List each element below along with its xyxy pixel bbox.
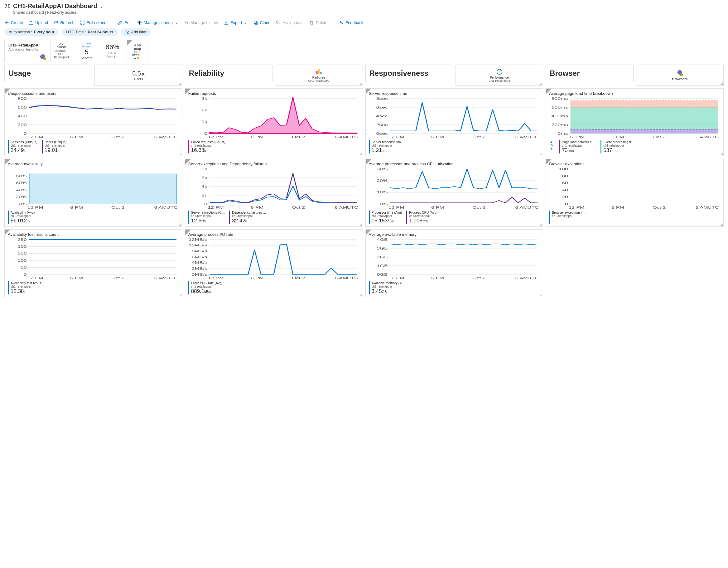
svg-text:80: 80 — [562, 174, 568, 178]
browsers-icon: ✓ — [676, 70, 683, 76]
svg-text:6 AM: 6 AM — [154, 205, 167, 209]
unique-sessions-tile[interactable]: Unique sessions and users 02004006008001… — [4, 88, 182, 156]
svg-text:0sec: 0sec — [376, 132, 388, 135]
dashboard-subtitle: Shared dashboard | Read-only access — [13, 10, 724, 15]
svg-rect-74 — [571, 108, 718, 129]
browser-header: Browser — [546, 65, 633, 82]
feedback-button[interactable]: Feedback — [339, 20, 363, 25]
server-exceptions-tile[interactable]: Server exceptions and Dependency failure… — [185, 159, 363, 227]
auto-refresh-pill[interactable]: Auto refresh : Every hour — [4, 28, 59, 36]
app-insights-tile[interactable]: CH1-RetailAppAI Application Insights ✓ — [4, 40, 48, 62]
svg-text:UTC: UTC — [527, 205, 539, 209]
time-range-pill[interactable]: UTC Time : Past 24 hours — [62, 28, 118, 36]
svg-text:6 PM: 6 PM — [70, 276, 83, 280]
svg-text:100: 100 — [559, 167, 568, 171]
svg-text:6MB/s: 6MB/s — [192, 255, 207, 259]
failures-tile[interactable]: Failures CH1-RetailAppAI — [275, 65, 363, 86]
svg-text:12 PM: 12 PM — [27, 205, 43, 209]
svg-text:1k: 1k — [201, 120, 207, 124]
upload-button[interactable]: Upload — [29, 20, 48, 25]
svg-text:30%: 30% — [377, 167, 388, 171]
svg-text:4k: 4k — [201, 185, 207, 188]
svg-rect-76 — [571, 129, 718, 133]
fullscreen-button[interactable]: Full screen — [80, 20, 107, 25]
toolbar: Create Upload Refresh Full screen Edit M… — [4, 18, 724, 28]
percent-tile[interactable]: 86% CH1-Retail… — [101, 40, 124, 62]
svg-text:800: 800 — [17, 97, 27, 100]
svg-text:6 AM: 6 AM — [515, 135, 528, 139]
svg-text:UTC: UTC — [166, 205, 178, 209]
memory-tile[interactable]: Average available memory 0GB1GB2GB3GB4GB… — [365, 229, 543, 297]
pager[interactable]: ▲1/2▼ — [549, 140, 553, 153]
manage-history-button: Manage history — [184, 20, 218, 25]
performance-tile[interactable]: Performance CH1-RetailAppAI — [456, 65, 543, 86]
svg-text:0: 0 — [24, 272, 27, 276]
svg-text:150: 150 — [17, 252, 27, 255]
svg-text:400: 400 — [17, 114, 27, 118]
availability-test-tile[interactable]: Availability test results count 05010015… — [4, 229, 182, 297]
add-filter-pill[interactable]: Add filter — [121, 28, 151, 36]
svg-text:Oct 2: Oct 2 — [111, 205, 124, 209]
svg-text:Oct 2: Oct 2 — [292, 276, 305, 280]
live-stream-tile[interactable]: ⇄ Live Stream 5 Servers — [75, 40, 98, 62]
svg-text:6 AM: 6 AM — [335, 135, 347, 139]
smart-detection-tile[interactable]: Smart detection CH1-RetailAppAI — [51, 40, 72, 62]
app-map-tile[interactable]: App map CH1-RETAI… — [127, 40, 148, 62]
availability-tile[interactable]: Average availability 0%20%40%60%80%12 PM… — [4, 159, 182, 227]
refresh-button[interactable]: Refresh — [54, 20, 75, 25]
svg-text:2k: 2k — [201, 193, 207, 197]
svg-text:40%: 40% — [16, 188, 27, 192]
svg-text:0: 0 — [204, 202, 207, 206]
svg-text:50: 50 — [21, 265, 27, 269]
export-button[interactable]: Export ⌄ — [224, 20, 248, 25]
svg-text:6 AM: 6 AM — [515, 276, 528, 280]
browsers-tile[interactable]: ✓ Browsers — [636, 65, 724, 86]
browser-exceptions-tile[interactable]: Browser exceptions 02040608010012 PM6 PM… — [546, 159, 724, 227]
svg-rect-1 — [254, 21, 257, 23]
svg-rect-12 — [316, 71, 318, 74]
svg-text:0ms: 0ms — [558, 132, 568, 135]
create-button[interactable]: Create — [4, 20, 23, 25]
chevron-down-icon[interactable]: ⌄ — [100, 4, 104, 9]
svg-text:12 PM: 12 PM — [569, 205, 585, 209]
svg-text:Oct 2: Oct 2 — [111, 135, 124, 139]
svg-text:Oct 2: Oct 2 — [472, 276, 485, 280]
edit-button[interactable]: Edit — [118, 20, 131, 25]
svg-text:✓: ✓ — [44, 58, 46, 60]
svg-text:12 PM: 12 PM — [388, 205, 404, 209]
users-tile[interactable]: 6.5 K Users — [94, 65, 182, 86]
svg-text:20%: 20% — [377, 179, 388, 182]
svg-text:Oct 2: Oct 2 — [653, 135, 666, 139]
svg-text:UTC: UTC — [347, 276, 358, 280]
delete-button: Delete — [309, 20, 328, 25]
svg-text:UTC: UTC — [527, 276, 539, 280]
svg-text:6 PM: 6 PM — [611, 135, 624, 139]
page-load-time-tile[interactable]: Average page load time breakdown 0ms200m… — [546, 88, 724, 156]
svg-text:4MB/s: 4MB/s — [192, 261, 207, 265]
svg-text:10%: 10% — [377, 190, 388, 194]
server-response-time-tile[interactable]: Server response time 0sec2sec4sec6sec8se… — [365, 88, 543, 156]
svg-text:6 AM: 6 AM — [515, 205, 528, 209]
clone-button[interactable]: Clone — [253, 20, 270, 25]
svg-text:12 PM: 12 PM — [388, 135, 404, 139]
svg-text:12 PM: 12 PM — [27, 276, 43, 280]
svg-text:6 PM: 6 PM — [611, 205, 624, 209]
io-rate-tile[interactable]: Average process I/O rate 0MB/s2MB/s4MB/s… — [185, 229, 363, 297]
svg-text:0%: 0% — [380, 202, 388, 206]
svg-text:12 PM: 12 PM — [208, 205, 224, 209]
svg-text:4GB: 4GB — [377, 238, 388, 241]
svg-text:UTC: UTC — [347, 135, 358, 139]
svg-text:400ms: 400ms — [552, 114, 568, 118]
responsiveness-header: Responsiveness — [365, 65, 453, 82]
svg-text:60: 60 — [562, 181, 568, 185]
svg-text:2MB/s: 2MB/s — [192, 267, 207, 270]
svg-text:Oct 2: Oct 2 — [292, 135, 305, 139]
cpu-utilization-tile[interactable]: Average processor and process CPU utiliz… — [365, 159, 543, 227]
svg-text:6 AM: 6 AM — [696, 135, 708, 139]
svg-text:6 AM: 6 AM — [154, 276, 167, 280]
failed-requests-tile[interactable]: Failed requests 01k2k3k12 PM6 PMOct 26 A… — [185, 88, 363, 156]
manage-sharing-button[interactable]: Manage sharing ⌄ — [137, 20, 178, 25]
svg-text:Oct 2: Oct 2 — [292, 205, 305, 209]
svg-text:6 AM: 6 AM — [335, 205, 347, 209]
svg-text:12 PM: 12 PM — [208, 276, 224, 280]
